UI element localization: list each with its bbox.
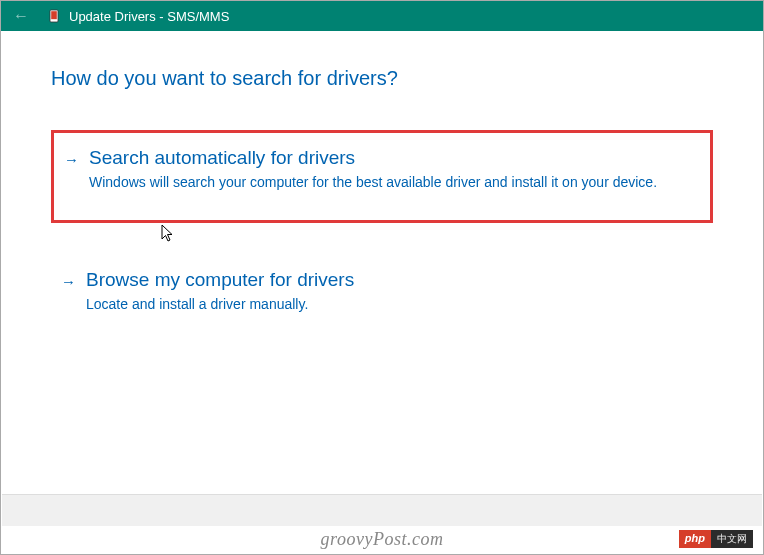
- option-title: Search automatically for drivers: [89, 147, 700, 169]
- option-desc: Windows will search your computer for th…: [89, 173, 700, 192]
- option-browse-computer[interactable]: → Browse my computer for drivers Locate …: [51, 255, 713, 336]
- option-title: Browse my computer for drivers: [86, 269, 703, 291]
- content-area: How do you want to search for drivers? →…: [1, 31, 763, 336]
- php-badge: php 中文网: [679, 530, 753, 548]
- titlebar: ← Update Drivers - SMS/MMS: [1, 1, 763, 31]
- option-search-automatically[interactable]: → Search automatically for drivers Windo…: [51, 130, 713, 223]
- page-heading: How do you want to search for drivers?: [51, 67, 713, 90]
- badge-right: 中文网: [711, 530, 753, 548]
- footer-bar: [2, 494, 762, 526]
- arrow-right-icon: →: [64, 151, 79, 168]
- device-icon: [47, 9, 61, 23]
- back-icon[interactable]: ←: [9, 7, 33, 25]
- arrow-right-icon: →: [61, 273, 76, 290]
- watermark: groovyPost.com: [1, 529, 763, 550]
- option-desc: Locate and install a driver manually.: [86, 295, 703, 314]
- svg-rect-1: [51, 11, 57, 19]
- window-title: Update Drivers - SMS/MMS: [69, 9, 229, 24]
- badge-left: php: [679, 530, 711, 548]
